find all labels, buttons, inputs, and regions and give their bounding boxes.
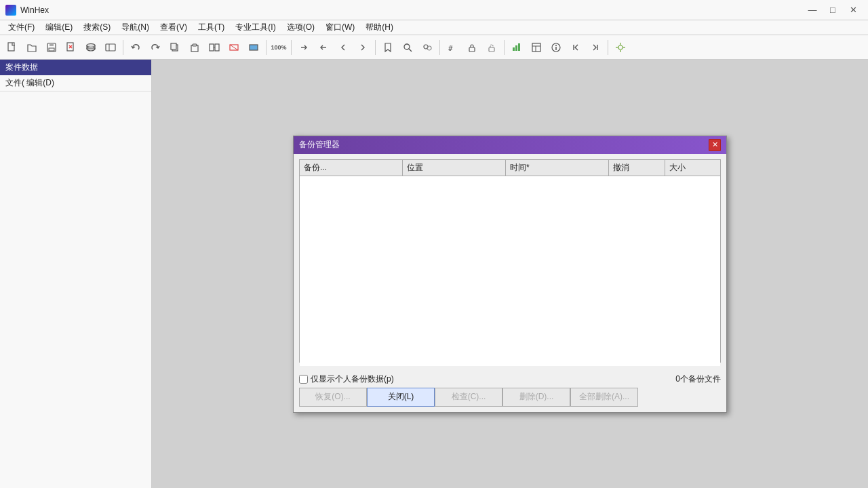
col-location: 位置 xyxy=(403,160,506,176)
dialog-buttons: 恢复(O)... 关闭(L) 检查(C)... 删除(D)... 全部删除(A)… xyxy=(299,388,721,407)
svg-rect-3 xyxy=(49,48,54,51)
disk-info-button[interactable] xyxy=(547,38,566,57)
dialog-close-button[interactable]: ✕ xyxy=(709,139,721,151)
new-file-button[interactable] xyxy=(3,38,22,57)
open-disk-button[interactable] xyxy=(81,38,100,57)
svg-rect-2 xyxy=(50,43,54,46)
go-back-button[interactable] xyxy=(314,38,333,57)
title-bar-left: WinHex xyxy=(5,5,49,16)
col-time: 时间* xyxy=(506,160,609,176)
copy-button[interactable] xyxy=(165,38,184,57)
svg-rect-15 xyxy=(193,44,197,46)
svg-rect-29 xyxy=(469,47,475,52)
toolbar-separator-7 xyxy=(608,40,608,55)
toolbar-separator-3 xyxy=(291,40,292,55)
svg-point-39 xyxy=(555,45,557,46)
svg-point-42 xyxy=(618,45,623,49)
personal-backup-checkbox[interactable] xyxy=(299,375,308,384)
replace-button[interactable] xyxy=(418,38,437,57)
app-icon xyxy=(5,5,16,16)
zoom-button[interactable]: 100% xyxy=(269,38,288,57)
bookmark-button[interactable] xyxy=(378,38,397,57)
dialog-title-bar: 备份管理器 ✕ xyxy=(294,136,726,154)
menu-edit[interactable]: 编辑(E) xyxy=(40,20,78,35)
menu-window[interactable]: 窗口(W) xyxy=(320,20,360,35)
close-button[interactable]: 关闭(L) xyxy=(367,388,435,407)
svg-rect-34 xyxy=(532,43,540,52)
options-button[interactable] xyxy=(611,38,630,57)
nav-next-button[interactable] xyxy=(353,38,372,57)
svg-line-25 xyxy=(409,49,412,52)
wipe-button[interactable] xyxy=(224,38,243,57)
clone-button[interactable] xyxy=(205,38,224,57)
minimize-button[interactable]: — xyxy=(803,3,822,17)
menu-search[interactable]: 搜索(S) xyxy=(78,20,116,35)
template-button[interactable] xyxy=(527,38,546,57)
svg-rect-21 xyxy=(250,45,258,50)
personal-backup-label: 仅显示个人备份数据(p) xyxy=(311,373,394,385)
find-button[interactable] xyxy=(398,38,417,57)
hash-button[interactable]: # xyxy=(443,38,462,57)
svg-rect-10 xyxy=(106,44,115,51)
sidebar-sub-header: 文件( 编辑(D) xyxy=(0,75,151,92)
dialog-overlay: 备份管理器 ✕ 备份... 位置 时间* 撤消 大小 xyxy=(152,60,868,488)
toolbar-separator-2 xyxy=(266,40,267,55)
app-title: WinHex xyxy=(20,5,49,15)
menu-help[interactable]: 帮助(H) xyxy=(360,20,399,35)
backup-table: 备份... 位置 时间* 撤消 大小 xyxy=(299,159,721,363)
window-close-button[interactable]: ✕ xyxy=(844,3,863,17)
paste-button[interactable] xyxy=(185,38,204,57)
undo-button[interactable] xyxy=(126,38,145,57)
menu-file[interactable]: 文件(F) xyxy=(3,20,40,35)
crypt-button[interactable] xyxy=(462,38,481,57)
open-partition-button[interactable] xyxy=(101,38,120,57)
dialog-title: 备份管理器 xyxy=(299,139,340,150)
redo-button[interactable] xyxy=(146,38,165,57)
svg-rect-13 xyxy=(171,43,176,49)
svg-rect-31 xyxy=(513,47,515,51)
svg-rect-32 xyxy=(515,45,517,51)
nav-prev-button[interactable] xyxy=(334,38,353,57)
open-button[interactable] xyxy=(22,38,41,57)
svg-rect-17 xyxy=(215,44,219,51)
col-undo: 撤消 xyxy=(609,160,665,176)
restore-button[interactable]: 恢复(O)... xyxy=(299,388,367,407)
toolbar: 100% # xyxy=(0,35,868,60)
title-bar: WinHex — □ ✕ xyxy=(0,0,868,20)
fill-button[interactable] xyxy=(244,38,263,57)
col-backup: 备份... xyxy=(300,160,403,176)
personal-backup-checkbox-label[interactable]: 仅显示个人备份数据(p) xyxy=(299,373,394,385)
svg-point-24 xyxy=(404,44,410,49)
window-controls: — □ ✕ xyxy=(803,3,863,17)
analysis-button[interactable] xyxy=(507,38,526,57)
dialog-footer: 仅显示个人备份数据(p) 0个备份文件 恢复(O)... 关闭(L) 检查(C)… xyxy=(294,368,726,412)
svg-text:#: # xyxy=(448,44,453,53)
table-body xyxy=(300,176,720,366)
svg-rect-33 xyxy=(518,43,520,51)
menu-bar: 文件(F) 编辑(E) 搜索(S) 导航(N) 查看(V) 工具(T) 专业工具… xyxy=(0,20,868,35)
close-file-button[interactable] xyxy=(62,38,81,57)
save-button[interactable] xyxy=(42,38,61,57)
toolbar-separator-4 xyxy=(375,40,376,55)
menu-options[interactable]: 选项(O) xyxy=(281,20,320,35)
delete-all-button[interactable]: 全部删除(A)... xyxy=(570,388,638,407)
decrypt-button[interactable] xyxy=(482,38,501,57)
delete-button[interactable]: 删除(D)... xyxy=(502,388,570,407)
prev-result-button[interactable] xyxy=(566,38,585,57)
checkbox-row: 仅显示个人备份数据(p) 0个备份文件 xyxy=(299,371,721,388)
check-button[interactable]: 检查(C)... xyxy=(435,388,502,407)
menu-pro-tools[interactable]: 专业工具(I) xyxy=(230,20,281,35)
toolbar-separator xyxy=(123,40,123,55)
dialog-body: 备份... 位置 时间* 撤消 大小 xyxy=(294,154,726,368)
svg-rect-0 xyxy=(8,43,14,51)
menu-tools[interactable]: 工具(T) xyxy=(193,20,230,35)
menu-navigate[interactable]: 导航(N) xyxy=(116,20,155,35)
backup-manager-dialog: 备份管理器 ✕ 备份... 位置 时间* 撤消 大小 xyxy=(293,136,727,413)
menu-view[interactable]: 查看(V) xyxy=(155,20,193,35)
maximize-button[interactable]: □ xyxy=(823,3,842,17)
go-forward-button[interactable] xyxy=(294,38,313,57)
toolbar-separator-5 xyxy=(439,40,440,55)
svg-rect-30 xyxy=(489,47,494,52)
toolbar-separator-6 xyxy=(504,40,505,55)
next-result-button[interactable] xyxy=(586,38,605,57)
